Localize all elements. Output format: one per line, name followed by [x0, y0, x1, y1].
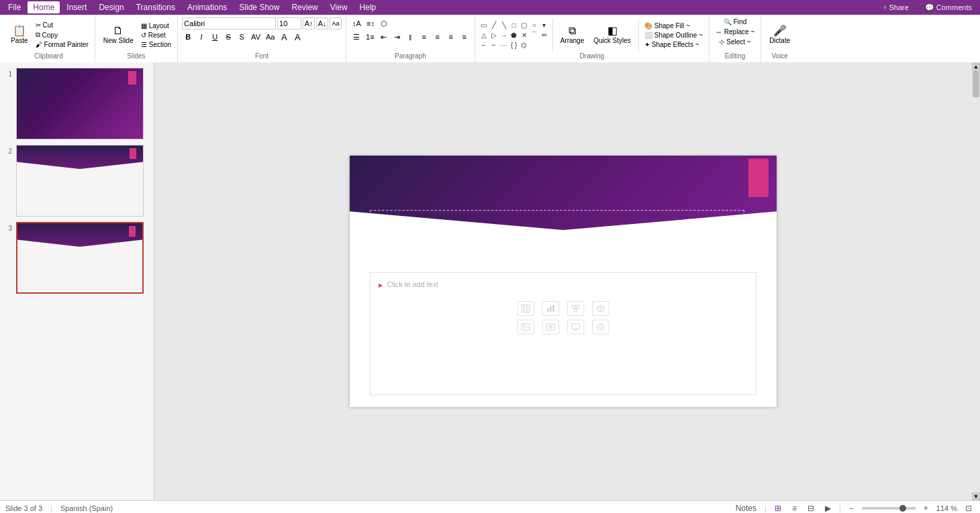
shape-rtri[interactable]: ▷ — [489, 30, 499, 40]
slide-preview-3[interactable] — [16, 222, 144, 294]
slide-preview-2[interactable] — [16, 145, 144, 217]
shape-arc[interactable]: ⌢ — [489, 40, 499, 50]
spacing-button[interactable]: AV — [249, 31, 262, 43]
decrease-font-button[interactable]: A↓ — [316, 17, 328, 30]
italic-button[interactable]: I — [195, 31, 207, 43]
slide-title-box[interactable]: Click to add title — [370, 210, 744, 256]
menu-review[interactable]: Review — [286, 1, 323, 13]
share-button[interactable]: ↑ Share — [878, 2, 914, 13]
insert-picture-button[interactable] — [518, 320, 534, 335]
strikethrough-button[interactable]: S — [222, 31, 234, 43]
align-right-button[interactable]: ≡ — [445, 31, 457, 43]
shape-custom2[interactable]: { } — [509, 40, 519, 50]
notes-button[interactable]: Notes — [733, 502, 759, 514]
title-placeholder-text[interactable]: Click to add title — [379, 223, 498, 243]
numbering-button[interactable]: 1≡ — [364, 31, 377, 43]
format-painter-button[interactable]: 🖌 Format Painter — [34, 40, 91, 49]
underline-button[interactable]: U — [209, 31, 221, 43]
dictate-button[interactable]: 🎤 Dictate — [765, 17, 794, 52]
align-center-button[interactable]: ≡ — [432, 31, 444, 43]
normal-view-button[interactable]: ⊞ — [772, 502, 784, 514]
columns-button[interactable]: ⫿ — [405, 31, 417, 43]
arrange-button[interactable]: ⧉ Arrange — [556, 17, 589, 52]
copy-button[interactable]: ⧉ Copy — [34, 30, 91, 40]
cut-button[interactable]: ✂ Cut — [34, 21, 91, 30]
scroll-down-button[interactable]: ▼ — [972, 492, 980, 500]
scrollbar-thumb[interactable] — [973, 70, 979, 97]
shape-triangle[interactable]: △ — [479, 30, 489, 40]
decrease-indent-button[interactable]: ⇤ — [378, 31, 390, 43]
zoom-out-button[interactable]: − — [846, 502, 856, 514]
menu-slideshow[interactable]: Slide Show — [234, 1, 285, 13]
zoom-slider[interactable] — [862, 507, 916, 510]
shape-custom1[interactable]: ⋯ — [499, 40, 509, 50]
shape-arrow[interactable]: → — [499, 30, 509, 40]
replace-button[interactable]: ↔ Replace ~ — [714, 27, 756, 36]
menu-view[interactable]: View — [325, 1, 353, 13]
justify-button[interactable]: ≡ — [458, 31, 471, 43]
reading-view-button[interactable]: ▶ — [822, 502, 834, 514]
shape-cross[interactable]: ✕ — [520, 30, 529, 40]
align-left-button[interactable]: ≡ — [418, 31, 430, 43]
insert-smartart-button[interactable] — [567, 301, 584, 316]
slide-preview-1[interactable] — [16, 68, 144, 139]
insert-media-button[interactable] — [592, 320, 609, 335]
scroll-up-button[interactable]: ▲ — [972, 62, 980, 70]
increase-font-button[interactable]: A↑ — [303, 17, 315, 30]
clear-format-button[interactable]: Aa — [330, 17, 342, 30]
shape-curve2[interactable]: ⌣ — [479, 40, 489, 50]
font-name-input[interactable] — [182, 17, 276, 30]
slide-canvas[interactable]: Click to add title ▶ Click to add text — [350, 156, 777, 407]
shape-outline-button[interactable]: ⬜ Shape Outline ~ — [642, 31, 705, 40]
shape-effects-button[interactable]: ✦ Shape Effects ~ — [642, 40, 705, 49]
case-button[interactable]: Aa — [264, 31, 277, 43]
select-button[interactable]: ⊹ Select ~ — [717, 38, 752, 46]
zoom-in-button[interactable]: + — [921, 502, 931, 514]
slide-content-box[interactable]: ▶ Click to add text — [370, 272, 756, 395]
menu-home[interactable]: Home — [28, 1, 60, 13]
fit-slide-button[interactable]: ⊡ — [963, 502, 975, 514]
shape-shapes4[interactable]: ⬟ — [509, 30, 519, 40]
menu-transitions[interactable]: Transitions — [131, 1, 181, 13]
content-placeholder-text[interactable]: Click to add text — [387, 281, 438, 290]
insert-screenshot-button[interactable] — [567, 320, 584, 335]
section-button[interactable]: ☰ Section — [139, 40, 173, 49]
bullets-button[interactable]: ☰ — [350, 31, 362, 43]
slide-thumb-3[interactable]: 3 — [3, 222, 151, 294]
new-slide-button[interactable]: 🗋 New Slide — [99, 17, 138, 52]
slide-thumb-1[interactable]: 1 — [3, 68, 151, 139]
outline-view-button[interactable]: ≡ — [789, 502, 799, 514]
shape-rectangle[interactable]: ▭ — [479, 20, 489, 30]
menu-animations[interactable]: Animations — [182, 1, 232, 13]
insert-table-button[interactable] — [518, 301, 534, 316]
paste-button[interactable]: 📋 Paste — [7, 17, 32, 52]
slide-thumb-2[interactable]: 2 — [3, 145, 151, 217]
convert-smartart-button[interactable]: ⬡ — [378, 17, 390, 30]
layout-button[interactable]: ▦ Layout — [139, 21, 173, 30]
insert-stock-button[interactable] — [542, 320, 559, 335]
menu-insert[interactable]: Insert — [61, 1, 92, 13]
quick-styles-button[interactable]: ◧ Quick Styles — [589, 17, 635, 52]
insert-3d-button[interactable] — [592, 301, 609, 316]
shape-rect2[interactable]: □ — [509, 20, 519, 30]
shape-line2[interactable]: ╲ — [499, 20, 509, 30]
menu-file[interactable]: File — [3, 1, 26, 13]
text-direction-button[interactable]: ↕A — [350, 17, 363, 30]
reset-button[interactable]: ↺ Reset — [139, 31, 173, 40]
shape-more[interactable]: ▾ — [540, 20, 549, 30]
shape-custom3[interactable]: ⌬ — [520, 40, 529, 50]
align-text-button[interactable]: ≡↕ — [364, 17, 377, 30]
find-button[interactable]: 🔍 Find — [722, 17, 748, 26]
shape-curve[interactable]: ⌒ — [530, 30, 539, 40]
menu-help[interactable]: Help — [354, 1, 382, 13]
insert-chart-button[interactable] — [542, 301, 559, 316]
shadow-button[interactable]: S — [236, 31, 248, 43]
shape-fill-button[interactable]: 🎨 Shape Fill ~ — [642, 21, 705, 30]
slide-sorter-button[interactable]: ⊟ — [805, 502, 817, 514]
shape-oval[interactable]: ○ — [530, 20, 539, 30]
shape-round[interactable]: ▢ — [520, 20, 529, 30]
bold-button[interactable]: B — [182, 31, 194, 43]
font-size-input[interactable] — [277, 17, 301, 30]
font-color-button[interactable]: A — [278, 31, 290, 43]
shape-line[interactable]: ╱ — [489, 20, 499, 30]
